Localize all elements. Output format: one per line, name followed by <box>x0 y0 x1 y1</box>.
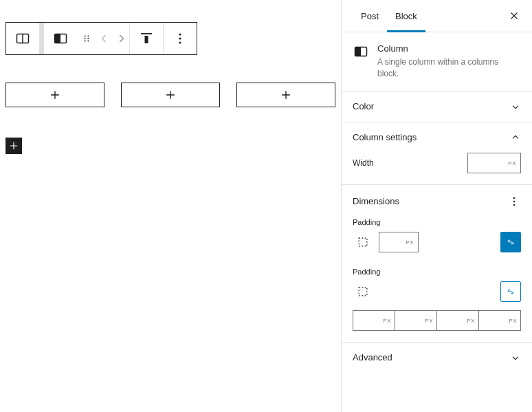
width-unit[interactable]: PX <box>508 160 516 166</box>
svg-point-13 <box>179 37 181 39</box>
more-vertical-icon <box>507 195 521 208</box>
svg-rect-16 <box>355 47 361 56</box>
padding-left-input[interactable]: PX <box>479 310 521 331</box>
svg-point-14 <box>179 41 181 43</box>
close-sidebar-button[interactable] <box>502 3 527 28</box>
add-block-button[interactable] <box>5 138 22 154</box>
svg-rect-20 <box>359 238 367 246</box>
box-icon <box>356 285 370 299</box>
tab-block[interactable]: Block <box>387 0 425 32</box>
svg-point-12 <box>179 33 181 35</box>
panel-dimensions-label: Dimensions <box>353 196 399 206</box>
svg-rect-3 <box>55 34 60 43</box>
panel-color-toggle[interactable]: Color <box>342 91 532 122</box>
plus-icon <box>164 88 177 102</box>
chevron-down-icon <box>510 352 521 363</box>
padding-right-input[interactable]: PX <box>395 310 437 331</box>
align-button[interactable] <box>130 23 163 54</box>
svg-point-8 <box>85 41 86 42</box>
block-toolbar <box>5 22 197 55</box>
block-card-description: A single column within a columns block. <box>377 56 521 80</box>
svg-point-6 <box>85 38 86 39</box>
align-top-icon <box>138 30 155 47</box>
plus-icon <box>8 140 20 152</box>
column-appender-2[interactable] <box>121 83 220 107</box>
block-card-title: Column <box>377 43 521 54</box>
drag-dots-button[interactable] <box>77 23 96 54</box>
tab-post[interactable]: Post <box>353 0 387 32</box>
svg-point-18 <box>513 200 516 202</box>
panel-column-settings-toggle[interactable]: Column settings <box>342 122 532 153</box>
panel-column-settings-label: Column settings <box>353 132 417 142</box>
chevron-right-icon <box>114 32 128 45</box>
padding-link-button-unlinked[interactable] <box>500 281 521 302</box>
svg-point-19 <box>513 204 516 206</box>
panel-advanced-toggle[interactable]: Advanced <box>342 343 532 373</box>
panel-color: Color <box>342 91 532 122</box>
padding-unit-1[interactable]: PX <box>406 239 414 245</box>
width-label: Width <box>353 158 374 168</box>
link-icon <box>505 236 517 248</box>
dimensions-tools-button[interactable] <box>507 195 521 208</box>
svg-rect-21 <box>359 288 367 296</box>
svg-point-17 <box>513 197 516 199</box>
move-right-button[interactable] <box>113 23 129 54</box>
padding-right-unit[interactable]: PX <box>425 317 433 323</box>
columns-block[interactable] <box>5 83 335 124</box>
svg-point-7 <box>87 38 89 39</box>
plus-icon <box>279 88 293 102</box>
padding-label-1: Padding <box>353 218 521 226</box>
panel-color-label: Color <box>353 101 374 111</box>
column-select-button[interactable] <box>44 23 77 54</box>
panel-dimensions: Dimensions Padding PX Padding <box>342 185 532 343</box>
more-options-button[interactable] <box>164 23 197 54</box>
padding-box-visualizer-1[interactable] <box>353 232 373 252</box>
unlink-icon <box>505 285 517 298</box>
panel-dimensions-toggle[interactable]: Dimensions <box>342 185 532 218</box>
block-card: Column A single column within a columns … <box>342 32 532 91</box>
padding-left-unit[interactable]: PX <box>509 317 517 323</box>
more-vertical-icon <box>172 30 188 47</box>
move-left-button <box>96 23 113 54</box>
chevron-down-icon <box>510 101 521 112</box>
padding-bottom-unit[interactable]: PX <box>467 317 475 323</box>
padding-bottom-input[interactable]: PX <box>437 310 479 331</box>
panel-column-settings: Column settings Width PX <box>342 122 532 185</box>
drag-dots-icon <box>82 34 91 43</box>
svg-point-9 <box>87 41 89 42</box>
svg-rect-11 <box>145 36 148 43</box>
close-icon <box>508 10 520 22</box>
plus-icon <box>48 88 62 102</box>
padding-sides-inputs: PX PX PX PX <box>353 310 521 331</box>
chevron-left-icon <box>98 32 111 45</box>
settings-sidebar: Post Block Column A single column within… <box>341 0 532 412</box>
block-type-columns-button[interactable] <box>6 23 39 54</box>
padding-label-2: Padding <box>353 268 521 276</box>
padding-link-button-linked[interactable] <box>500 232 521 252</box>
sidebar-tabs: Post Block <box>342 0 532 32</box>
column-appender-1[interactable] <box>5 83 104 107</box>
padding-top-unit[interactable]: PX <box>383 317 391 323</box>
chevron-up-icon <box>510 132 521 143</box>
editor-canvas[interactable] <box>0 0 341 412</box>
svg-point-5 <box>87 36 89 37</box>
panel-advanced: Advanced <box>342 343 532 373</box>
svg-point-4 <box>85 36 86 37</box>
panel-advanced-label: Advanced <box>353 352 392 362</box>
column-icon <box>52 30 69 47</box>
column-icon <box>353 43 369 60</box>
padding-input-wrapper-1: PX <box>379 232 419 252</box>
column-appender-3[interactable] <box>236 83 335 107</box>
box-icon <box>356 235 370 249</box>
columns-icon <box>14 30 31 47</box>
width-input-wrapper: PX <box>467 153 521 173</box>
padding-box-visualizer-2[interactable] <box>353 281 373 302</box>
padding-top-input[interactable]: PX <box>353 310 395 331</box>
